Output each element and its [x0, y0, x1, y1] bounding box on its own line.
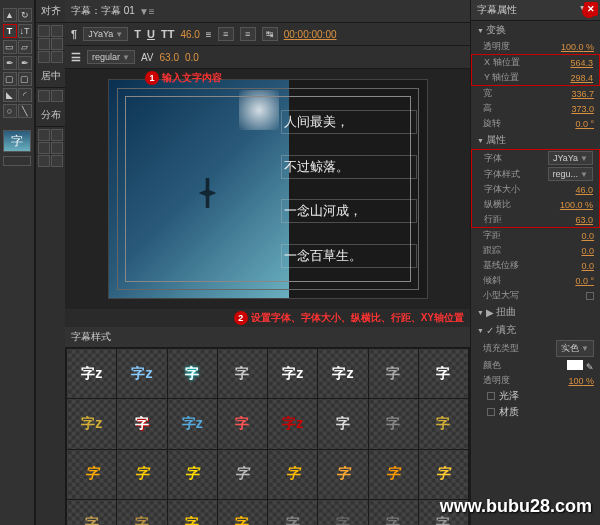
style-preset[interactable]: 字	[369, 450, 418, 499]
style-preset[interactable]: 字	[268, 500, 317, 525]
fill-opacity-val[interactable]: 100	[568, 376, 594, 386]
leading-val[interactable]: 63.0	[575, 215, 593, 225]
font-style-select[interactable]: regu...▼	[548, 167, 593, 181]
canvas-viewport[interactable]: 人间最美， 不过鲸落。 一念山河成， 一念百草生。 1 输入文字内容	[65, 69, 470, 309]
panel-tab[interactable]: 字幕：字幕 01	[71, 4, 135, 18]
style-preset[interactable]: 字	[218, 450, 267, 499]
width-value[interactable]: 336.7	[571, 89, 594, 99]
distort-section[interactable]: ▶ 扭曲	[471, 303, 600, 321]
align-btn[interactable]	[38, 25, 50, 37]
style-preset[interactable]: 字	[268, 450, 317, 499]
tab-icon[interactable]: ↹	[262, 27, 278, 41]
align-center[interactable]: ≡	[240, 27, 256, 41]
ellipse-tool[interactable]: ○	[3, 104, 17, 118]
leading-value[interactable]: 63.0	[160, 52, 179, 63]
font-style-select[interactable]: regular▼	[87, 50, 135, 64]
style-preset[interactable]: 字	[218, 500, 267, 525]
style-preset[interactable]: 字	[419, 450, 468, 499]
style-preset[interactable]: 字	[168, 349, 217, 398]
opacity-value[interactable]: 100.0	[561, 42, 594, 52]
style-preset[interactable]: 字	[318, 500, 367, 525]
style-preset[interactable]: 字	[117, 399, 166, 448]
baseline-val[interactable]: 0.0	[581, 261, 594, 271]
align-btn[interactable]	[38, 51, 50, 63]
rounded-rect-tool[interactable]: ▢	[18, 72, 32, 86]
style-preset[interactable]: 字	[117, 450, 166, 499]
rotate-tool[interactable]: ↻	[18, 8, 32, 22]
close-icon[interactable]: ✕	[584, 2, 598, 16]
area-type-tool[interactable]: ▭	[3, 40, 17, 54]
selection-tool[interactable]: ▲	[3, 8, 17, 22]
smallcaps-check[interactable]	[586, 292, 594, 300]
font-size-val[interactable]: 46.0	[575, 185, 593, 195]
align-btn[interactable]	[51, 51, 63, 63]
type-tool[interactable]: T	[3, 24, 17, 38]
timecode[interactable]: 00:00:00:00	[284, 29, 337, 40]
kerning-val[interactable]: 0.0	[581, 231, 594, 241]
style-preset[interactable]: 字	[419, 349, 468, 398]
style-preset[interactable]: 字	[318, 450, 367, 499]
fill-type-select[interactable]: 实色▼	[556, 340, 594, 357]
align-btn[interactable]	[51, 38, 63, 50]
dist-btn[interactable]	[38, 129, 50, 141]
style-preset[interactable]: 字	[419, 399, 468, 448]
props-section[interactable]: 属性	[471, 131, 600, 149]
rotate-value[interactable]: 0.0	[575, 119, 594, 129]
center-btn[interactable]	[38, 90, 50, 102]
dist-btn[interactable]	[38, 142, 50, 154]
font-select[interactable]: JYaYa▼	[548, 151, 593, 165]
style-preset[interactable]: 字	[218, 399, 267, 448]
sheen-check[interactable]	[487, 392, 495, 400]
style-preset[interactable]: 字	[369, 399, 418, 448]
style-preset[interactable]: 字	[318, 399, 367, 448]
style-preset[interactable]: 字z	[268, 349, 317, 398]
text-line[interactable]: 人间最美，	[281, 110, 417, 134]
style-preset[interactable]: 字	[117, 500, 166, 525]
align-left[interactable]: ≡	[218, 27, 234, 41]
font-family-select[interactable]: JYaYa▼	[83, 27, 128, 41]
slant-val[interactable]: 0.0	[575, 276, 594, 286]
dist-btn[interactable]	[51, 155, 63, 167]
kerning-value[interactable]: 0.0	[185, 52, 199, 63]
text-box[interactable]: 人间最美， 不过鲸落。 一念山河成， 一念百草生。	[277, 100, 417, 278]
add-anchor-tool[interactable]: ✒	[18, 56, 32, 70]
style-preset[interactable]: 字	[218, 349, 267, 398]
font-size-value[interactable]: 46.0	[180, 29, 199, 40]
arc-tool[interactable]: ◜	[18, 88, 32, 102]
bold-toggle[interactable]: ¶	[71, 28, 77, 40]
line-tool[interactable]: ╲	[18, 104, 32, 118]
center-btn[interactable]	[51, 90, 63, 102]
align-btn[interactable]	[51, 25, 63, 37]
tab-menu-icon[interactable]: ▼≡	[139, 6, 155, 17]
texture-check[interactable]	[487, 408, 495, 416]
dist-btn[interactable]	[51, 129, 63, 141]
aspect-val[interactable]: 100.0	[560, 200, 593, 210]
template-icon[interactable]: ☰	[71, 51, 81, 64]
style-preset[interactable]: 字z	[67, 399, 116, 448]
style-preset[interactable]: 字z	[168, 399, 217, 448]
style-preset[interactable]: 字	[369, 500, 418, 525]
underline-toggle[interactable]: U	[147, 28, 155, 40]
pen-tool[interactable]: ✒	[3, 56, 17, 70]
vertical-type-tool[interactable]: ↓T	[18, 24, 32, 38]
height-value[interactable]: 373.0	[571, 104, 594, 114]
rect-tool[interactable]: ▢	[3, 72, 17, 86]
text-line[interactable]: 一念百草生。	[281, 244, 417, 268]
transform-section[interactable]: 变换	[471, 21, 600, 39]
style-preset[interactable]: 字z	[67, 349, 116, 398]
tracking-val[interactable]: 0.0	[581, 246, 594, 256]
wedge-tool[interactable]: ◣	[3, 88, 17, 102]
text-line[interactable]: 不过鲸落。	[281, 155, 417, 179]
style-preset[interactable]: 字	[168, 450, 217, 499]
fill-color-swatch[interactable]	[567, 360, 583, 370]
style-preset[interactable]: 字z	[268, 399, 317, 448]
x-pos-value[interactable]: 564.3	[570, 58, 593, 68]
style-preset[interactable]: 字z	[318, 349, 367, 398]
eyedropper-icon[interactable]: ✎	[586, 362, 594, 372]
style-preset[interactable]: 字z	[117, 349, 166, 398]
style-preset[interactable]: 字	[67, 500, 116, 525]
fill-section[interactable]: ✓ 填充	[471, 321, 600, 339]
style-preset[interactable]: 字	[67, 450, 116, 499]
y-pos-value[interactable]: 298.4	[570, 73, 593, 83]
text-line[interactable]: 一念山河成，	[281, 199, 417, 223]
